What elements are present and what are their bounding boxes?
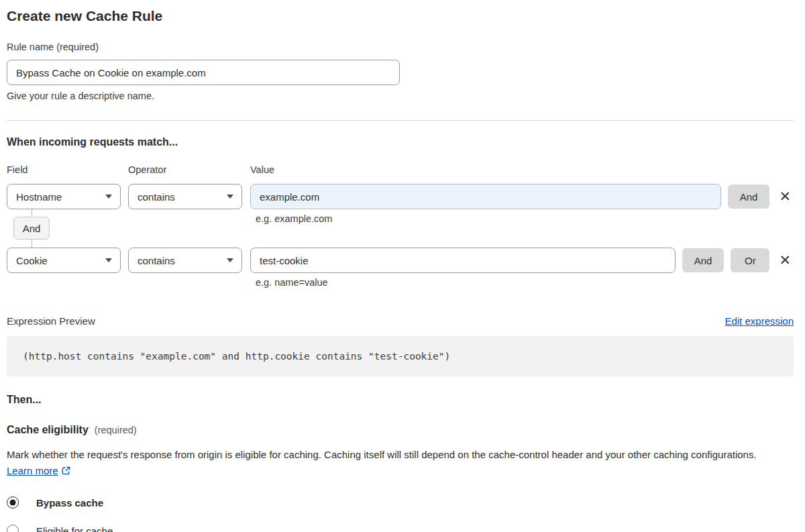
operator-select-value: contains [138,255,175,266]
condition-column-labels: Field Operator Value [7,164,794,175]
chevron-down-icon [105,258,112,262]
radio-option-bypass-cache[interactable]: Bypass cache [7,496,794,509]
chevron-down-icon [105,195,112,199]
section-divider [7,120,794,121]
radio-selected-icon[interactable] [7,496,19,509]
learn-more-link[interactable]: Learn more [7,465,58,476]
page-title: Create new Cache Rule [7,8,794,24]
value-input[interactable] [250,184,721,209]
radio-unselected-icon[interactable] [7,525,19,532]
chevron-down-icon [227,195,233,199]
field-select[interactable]: Cookie [7,248,121,273]
rule-name-input[interactable] [7,60,400,85]
and-button[interactable]: And [682,248,724,272]
field-select[interactable]: Hostname [7,184,121,209]
value-column: e.g. name=value [250,248,676,273]
condition-row: Hostname contains e.g. example.com And ✕ [7,184,794,209]
value-helper: e.g. name=value [256,277,328,288]
radio-label: Eligible for cache [36,525,113,532]
condition-row: Cookie contains e.g. name=value And Or ✕ [7,248,794,273]
remove-condition-button[interactable]: ✕ [776,248,794,272]
value-column-label: Value [250,164,794,175]
edit-expression-link[interactable]: Edit expression [724,315,794,327]
field-select-value: Hostname [16,191,62,203]
value-helper: e.g. example.com [256,213,332,224]
required-badge: (required) [95,425,137,435]
cache-eligibility-heading: Cache eligibility (required) [7,424,794,436]
rule-name-group: Rule name (required) Give your rule a de… [7,42,794,101]
radio-label: Bypass cache [36,497,103,509]
expression-preview-header: Expression Preview Edit expression [7,315,794,327]
then-section-heading: Then... [7,394,794,406]
connector-wrap: And [13,209,50,248]
cache-eligibility-title: Cache eligibility [7,424,89,436]
radio-option-eligible-for-cache[interactable]: Eligible for cache [7,525,794,532]
rule-name-helper: Give your rule a descriptive name. [7,91,794,101]
and-button[interactable]: And [728,184,770,209]
description-text: Mark whether the request's response from… [7,449,757,460]
field-column-label: Field [7,164,121,175]
field-select-value: Cookie [16,255,48,266]
operator-select[interactable]: contains [128,248,242,273]
operator-select[interactable]: contains [128,184,242,209]
external-link-icon [61,464,71,480]
operator-column-label: Operator [128,164,242,175]
value-input[interactable] [250,248,676,273]
chevron-down-icon [227,258,233,262]
cache-eligibility-description: Mark whether the request's response from… [7,447,785,480]
match-section-heading: When incoming requests match... [7,136,794,148]
value-column: e.g. example.com [250,184,721,209]
remove-condition-button[interactable]: ✕ [776,184,794,209]
operator-select-value: contains [138,191,175,203]
or-button[interactable]: Or [731,248,769,272]
rule-name-label: Rule name (required) [7,42,794,52]
expression-preview-label: Expression Preview [7,315,95,327]
and-connector-button[interactable]: And [13,217,50,240]
expression-code-block: (http.host contains "example.com" and ht… [7,336,794,376]
